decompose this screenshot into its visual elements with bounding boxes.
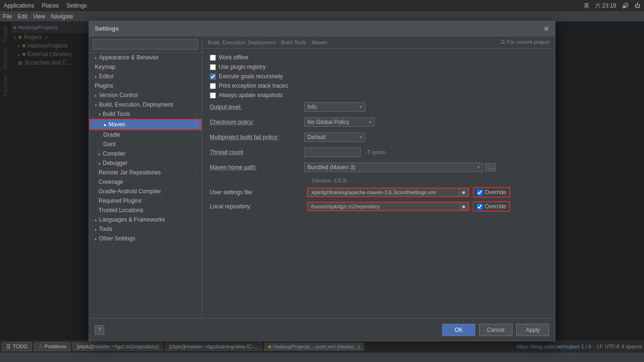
execute-goals-row: Execute goals recursively	[210, 73, 547, 80]
lang-indicator: 英	[584, 2, 589, 10]
maven-home-control: Bundled (Maven 3) ...	[304, 163, 496, 172]
nav-item-appearance[interactable]: ▸ Appearance & Behavior	[89, 53, 202, 62]
for-current-project: ☰ For current project	[501, 39, 549, 45]
nav-label-coverage: Coverage	[99, 179, 123, 185]
taskbar-problems[interactable]: ⚠ Problems	[34, 342, 71, 351]
use-plugin-registry-checkbox[interactable]	[210, 64, 216, 70]
menu-file[interactable]: File	[3, 13, 12, 20]
work-offline-checkbox[interactable]	[210, 55, 216, 61]
nav-label-maven: Maven	[108, 121, 125, 128]
multiproject-policy-select[interactable]: Default Fail Fast Fail At End Never Fail	[304, 132, 365, 142]
user-settings-label: User settings file:	[210, 189, 304, 196]
nav-item-required-plugins[interactable]: Required Plugins ↕	[89, 196, 202, 206]
vcs-sync-icon: ↕	[196, 93, 198, 98]
apps-menu[interactable]: Applications	[4, 2, 34, 9]
nav-label-gradle-android: Gradle-Android Compiler	[99, 188, 161, 195]
settings-search-input[interactable]	[93, 39, 198, 49]
local-repo-override-wrapper: Override	[473, 201, 510, 212]
dialog-footer: ? OK Cancel Apply	[89, 318, 555, 341]
nav-item-coverage[interactable]: Coverage	[89, 177, 202, 187]
nav-item-remote-jar[interactable]: Remote Jar Repositories ↕	[89, 168, 202, 177]
use-plugin-registry-label: Use plugin registry	[219, 64, 265, 70]
maven-home-label: Maven home path:	[210, 164, 304, 171]
user-settings-override-label: Override	[485, 189, 506, 196]
maven-home-row: Maven home path: Bundled (Maven 3) ...	[210, 162, 547, 173]
print-exception-label: Print exception stack traces	[219, 82, 288, 89]
menu-view[interactable]: View	[33, 13, 45, 20]
nav-label-other: Other Settings	[99, 235, 135, 242]
nav-arrow-build-tools: ▾	[99, 112, 101, 117]
nav-label-remote-jar: Remote Jar Repositories	[99, 169, 161, 176]
menu-navigate[interactable]: Navigate	[51, 13, 73, 20]
help-button[interactable]: ?	[95, 325, 104, 335]
nav-item-maven[interactable]: ▸ Maven ↕	[89, 119, 202, 130]
nav-label-debugger: Debugger	[103, 160, 128, 166]
status-encoding: UTF-8	[605, 344, 619, 349]
nav-item-vcs[interactable]: ▸ Version Control ↕	[89, 90, 202, 100]
ok-button[interactable]: OK	[442, 324, 475, 336]
taskbar: ☰ TODO ⚠ Problems [zkpk@master:~/tgz/.m2…	[0, 340, 644, 353]
current-project-icon: ☰	[501, 39, 505, 45]
dialog-close-button[interactable]: ✕	[544, 25, 549, 33]
nav-item-keymap[interactable]: Keymap	[89, 62, 202, 72]
nav-arrow-other: ▸	[95, 236, 97, 241]
local-repo-override-checkbox[interactable]	[477, 204, 483, 210]
status-lf: LF	[597, 344, 603, 349]
local-repo-override-label: Override	[485, 203, 506, 210]
taskbar-active-tab[interactable]: ■ HadoopProjects – pom.xml (Hadoo...)	[264, 342, 364, 351]
dialog-body: ▸ Appearance & Behavior Keymap ▸ Editor …	[89, 36, 555, 318]
places-menu[interactable]: Places	[42, 2, 59, 9]
checksum-policy-control: No Global Policy Strict Lenient Ignore	[304, 117, 375, 127]
menu-edit[interactable]: Edit	[17, 13, 27, 20]
print-exception-checkbox[interactable]	[210, 83, 216, 89]
execute-goals-checkbox[interactable]	[210, 74, 216, 80]
gradle-sync-icon: ↕	[196, 132, 198, 138]
nav-item-gradle-android[interactable]: Gradle-Android Compiler	[89, 187, 202, 196]
required-plugins-sync-icon: ↕	[196, 198, 198, 204]
plugins-sync-icon: ↕	[196, 83, 198, 89]
user-settings-override-checkbox[interactable]	[477, 189, 483, 196]
maven-home-select-wrapper: Bundled (Maven 3)	[304, 163, 483, 172]
taskbar-todo[interactable]: ☰ TODO	[2, 342, 32, 351]
execute-goals-label: Execute goals recursively	[219, 73, 283, 80]
nav-item-trusted[interactable]: Trusted Locations	[89, 206, 202, 215]
multiproject-policy-control: Default Fail Fast Fail At End Never Fail	[304, 132, 365, 142]
user-settings-browse-btn[interactable]: ■	[459, 189, 468, 196]
nav-item-editor[interactable]: ▸ Editor	[89, 72, 202, 81]
nav-item-compiler[interactable]: ▸ Compiler	[89, 149, 202, 158]
nav-arrow-maven: ▸	[104, 122, 107, 127]
system-bar: Applications Places Settings 英 六 23:19 🔊…	[0, 0, 644, 11]
taskbar-terminal1[interactable]: [zkpk@master:~/tgz/.m2/repository]	[73, 342, 163, 351]
taskbar-terminal2[interactable]: [zkpk@master:~/tgz/training/idea-IC-...	[165, 342, 262, 351]
nav-item-other[interactable]: ▸ Other Settings	[89, 234, 202, 243]
nav-item-gant[interactable]: Gant	[89, 140, 202, 149]
user-settings-override-wrapper: Override	[473, 187, 510, 197]
nav-item-languages[interactable]: ▸ Languages & Frameworks	[89, 215, 202, 224]
thread-count-input[interactable]	[304, 148, 361, 157]
maven-home-select[interactable]: Bundled (Maven 3)	[304, 163, 483, 172]
nav-item-tools[interactable]: ▸ Tools	[89, 224, 202, 234]
nav-item-build-tools[interactable]: ▾ Build Tools ↕	[89, 109, 202, 119]
nav-label-plugins: Plugins	[95, 82, 113, 89]
nav-arrow-compiler: ▸	[99, 151, 101, 156]
checksum-policy-select[interactable]: No Global Policy Strict Lenient Ignore	[304, 117, 375, 127]
nav-item-debugger[interactable]: ▸ Debugger	[89, 158, 202, 168]
output-level-select[interactable]: Info Debug Warning Error	[304, 102, 365, 112]
volume-icon[interactable]: 🔊	[622, 2, 629, 9]
taskbar-right-link[interactable]: https://blog.csdn.net/oujiani 1 / 4	[517, 344, 591, 349]
apply-button[interactable]: Apply	[516, 324, 549, 336]
local-repo-path-input[interactable]	[308, 203, 459, 210]
user-settings-path-input[interactable]	[308, 189, 459, 196]
cancel-button[interactable]: Cancel	[479, 324, 512, 336]
nav-item-gradle[interactable]: Gradle ↕	[89, 130, 202, 140]
local-repo-browse-btn[interactable]: ■	[459, 203, 468, 210]
settings-menu[interactable]: Settings	[66, 2, 87, 9]
maven-home-browse-btn[interactable]: ...	[485, 163, 496, 172]
breadcrumb-sep2: ›	[308, 40, 310, 45]
power-icon[interactable]: ⏻	[635, 2, 640, 9]
print-exception-row: Print exception stack traces	[210, 82, 547, 89]
nav-label-build-exec: Build, Execution, Deployment	[99, 101, 173, 108]
nav-item-build-exec[interactable]: ▾ Build, Execution, Deployment	[89, 100, 202, 109]
always-update-checkbox[interactable]	[210, 92, 216, 99]
nav-item-plugins[interactable]: Plugins ↕	[89, 81, 202, 90]
